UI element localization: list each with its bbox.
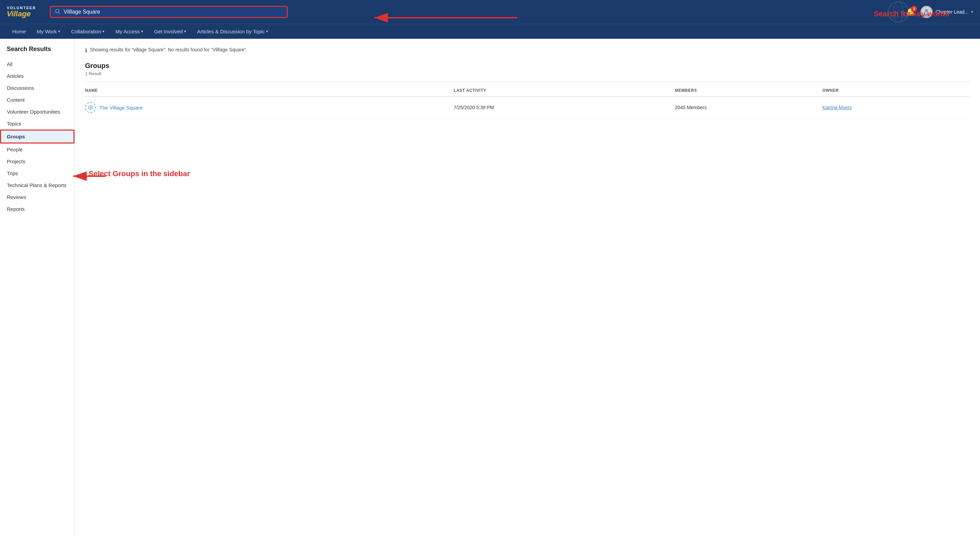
content-area: ℹ Showing results for "village Square". … [75, 39, 980, 536]
sidebar-item-projects[interactable]: Projects [0, 155, 75, 167]
my-work-caret: ▾ [58, 29, 60, 34]
top-bar: VOLUNTEER Village 🔔 2 [0, 0, 980, 24]
collaboration-caret: ▾ [102, 29, 105, 34]
get-involved-caret: ▾ [184, 29, 186, 34]
col-header-name: NAME [85, 88, 453, 93]
result-count: 1 Result [85, 71, 970, 76]
group-link[interactable]: The Village Square [99, 105, 143, 111]
col-header-owner: OWNER [822, 88, 970, 93]
group-name-cell: The Village Square [85, 102, 453, 113]
svg-point-4 [893, 2, 904, 22]
section-title: Groups [85, 62, 970, 70]
sidebar-item-reviews[interactable]: Reviews [0, 191, 75, 203]
sidebar-item-articles[interactable]: Articles [0, 70, 75, 82]
search-icon [55, 9, 61, 15]
sidebar-item-groups[interactable]: Groups [0, 130, 75, 144]
col-header-last-activity: LAST ACTIVITY [453, 88, 675, 93]
info-message: Showing results for "village Square". No… [90, 47, 247, 52]
info-icon: ℹ [85, 47, 87, 54]
svg-point-3 [888, 2, 908, 22]
sidebar-item-discussions[interactable]: Discussions [0, 82, 75, 94]
info-bar: ℹ Showing results for "village Square". … [85, 47, 970, 54]
sidebar-title: Search Results [0, 46, 75, 58]
user-name: Chapter Lead... [935, 9, 969, 14]
sidebar-item-trips[interactable]: Trips [0, 167, 75, 179]
articles-discussion-caret: ▾ [266, 29, 268, 34]
svg-point-9 [90, 107, 92, 108]
sidebar-item-technical-plans[interactable]: Technical Plans & Reports [0, 179, 75, 191]
nav-home[interactable]: Home [7, 25, 31, 38]
nav-collaboration[interactable]: Collaboration ▾ [66, 25, 110, 38]
sidebar-item-reports[interactable]: Reports [0, 203, 75, 215]
table-header: NAME LAST ACTIVITY MEMBERS OWNER [85, 85, 970, 97]
notifications-bell[interactable]: 🔔 2 [906, 8, 915, 16]
sidebar-item-all[interactable]: All [0, 58, 75, 70]
nav-get-involved[interactable]: Get Involved ▾ [149, 25, 192, 38]
search-bar[interactable] [50, 6, 288, 18]
user-menu[interactable]: Chapter Lead... ▾ [920, 6, 973, 18]
group-icon [85, 102, 96, 113]
nav-bar: Home My Work ▾ Collaboration ▾ My Access… [0, 24, 980, 39]
avatar [920, 6, 933, 18]
top-right-area: 🔔 2 Chapter Lead... ▾ [906, 6, 973, 18]
notification-badge: 2 [911, 6, 917, 12]
nav-my-access[interactable]: My Access ▾ [110, 25, 149, 38]
logo: VOLUNTEER Village [7, 6, 44, 18]
logo-bottom: Village [7, 10, 44, 18]
sidebar-item-people[interactable]: People [0, 144, 75, 155]
sidebar-item-topics[interactable]: Topics [0, 118, 75, 130]
table-row: The Village Square 7/25/2020 5:39 PM 204… [85, 97, 970, 119]
section-divider [85, 82, 970, 82]
last-activity-cell: 7/25/2020 5:39 PM [453, 105, 675, 110]
search-input[interactable] [64, 9, 283, 15]
sidebar: Search Results All Articles Discussions … [0, 39, 75, 536]
sidebar-item-volunteer-opportunities[interactable]: Volunteer Opportunities [0, 106, 75, 118]
nav-my-work[interactable]: My Work ▾ [31, 25, 66, 38]
col-header-members: MEMBERS [675, 88, 822, 93]
main-layout: Search Results All Articles Discussions … [0, 39, 980, 536]
nav-articles-discussion[interactable]: Articles & Discussion by Topic ▾ [192, 25, 274, 38]
user-menu-chevron: ▾ [971, 10, 973, 14]
my-access-caret: ▾ [141, 29, 143, 34]
svg-point-1 [925, 9, 929, 13]
owner-link[interactable]: Katrina Myers [822, 105, 970, 110]
members-cell: 2045 Members [675, 105, 822, 110]
sidebar-item-content[interactable]: Content [0, 94, 75, 106]
